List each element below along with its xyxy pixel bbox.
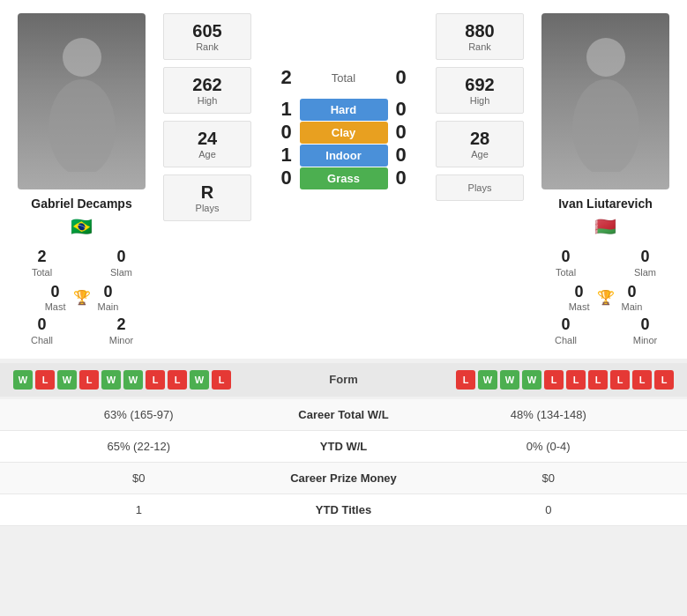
right-player-stats: 0 Total 0 Slam 0 Mast 🏆 0 — [533, 248, 678, 345]
right-age-box: 28 Age — [436, 121, 524, 167]
right-rank-box: 880 Rank — [436, 13, 524, 60]
left-rank-box: 605 Rank — [163, 13, 251, 60]
top-section: Gabriel Decamps 🇧🇷 2 Total 0 Slam 0 — [0, 0, 687, 359]
left-middle-stats: 605 Rank 262 High 24 Age R Plays — [159, 13, 256, 221]
right-total-stat: 0 Total — [533, 248, 599, 278]
stat-left-value: 1 — [13, 503, 265, 516]
left-age-box: 24 Age — [163, 121, 251, 167]
form-badge: L — [632, 370, 652, 390]
indoor-row: 1 Indoor 0 — [278, 144, 410, 167]
stat-center-label: Career Total W/L — [265, 408, 423, 421]
form-badge: W — [57, 370, 77, 390]
svg-point-3 — [572, 79, 639, 172]
stats-table-row: $0 Career Prize Money $0 — [0, 463, 687, 494]
stat-center-label: YTD W/L — [265, 440, 423, 453]
form-badge: L — [146, 370, 165, 390]
stat-left-value: 63% (165-97) — [13, 408, 265, 421]
svg-point-2 — [586, 38, 625, 77]
left-player-flag: 🇧🇷 — [71, 216, 93, 237]
stats-table-row: 1 YTD Titles 0 — [0, 494, 687, 526]
form-badge: L — [588, 370, 608, 390]
stat-center-label: Career Prize Money — [265, 471, 423, 485]
form-badge: L — [566, 370, 586, 390]
right-mast-row: 0 Mast 🏆 0 Main — [533, 283, 678, 313]
right-chall-stat: 0 Chall — [533, 315, 599, 345]
right-minor-stat: 0 Minor — [612, 315, 678, 345]
form-badge: L — [654, 370, 674, 390]
form-badge: W — [500, 370, 519, 390]
main-container: Gabriel Decamps 🇧🇷 2 Total 0 Slam 0 — [0, 0, 687, 526]
total-row: 2 Total 0 — [278, 66, 410, 89]
stat-right-value: 0% (0-4) — [423, 440, 675, 453]
left-form-badges: WLWLWWLLWL — [13, 370, 231, 390]
hard-row: 1 Hard 0 — [278, 98, 410, 121]
right-high-box: 692 High — [436, 67, 524, 114]
stat-center-label: YTD Titles — [265, 503, 423, 516]
left-minor-stat: 2 Minor — [88, 315, 154, 345]
stat-left-value: 65% (22-12) — [13, 440, 265, 453]
form-badge: L — [456, 370, 475, 390]
left-mast-stat: 0 Mast — [45, 283, 66, 313]
right-player-name: Ivan Liutarevich — [558, 197, 653, 211]
form-badge: L — [212, 370, 231, 390]
form-section: WLWLWWLLWL Form LWWWLLLLLL — [0, 363, 687, 397]
left-main-stat: 0 Main — [98, 283, 119, 313]
left-total-stat: 2 Total — [9, 248, 75, 278]
form-badge: W — [123, 370, 143, 390]
left-player-stats: 2 Total 0 Slam 0 Mast 🏆 0 — [9, 248, 154, 345]
svg-point-0 — [63, 38, 101, 77]
form-badge: L — [35, 370, 55, 390]
form-badge: W — [478, 370, 497, 390]
right-form-badges: LWWWLLLLLL — [456, 370, 674, 390]
stat-right-value: 48% (134-148) — [423, 408, 675, 421]
clay-row: 0 Clay 0 — [278, 121, 410, 144]
form-badge: L — [544, 370, 564, 390]
left-trophy-icon: 🏆 — [73, 289, 91, 306]
form-badge: L — [79, 370, 99, 390]
left-player-card: Gabriel Decamps 🇧🇷 2 Total 0 Slam 0 — [9, 13, 154, 345]
stat-right-value: $0 — [423, 471, 675, 485]
right-middle-stats: 880 Rank 692 High 28 Age Plays — [431, 13, 528, 201]
right-plays-box: Plays — [436, 174, 524, 201]
left-player-name: Gabriel Decamps — [31, 197, 131, 211]
right-slam-stat: 0 Slam — [612, 248, 678, 278]
stats-table-row: 63% (165-97) Career Total W/L 48% (134-1… — [0, 399, 687, 431]
form-label: Form — [329, 373, 358, 386]
stats-table-row: 65% (22-12) YTD W/L 0% (0-4) — [0, 431, 687, 463]
right-player-photo — [541, 13, 669, 189]
left-plays-box: R Plays — [163, 174, 251, 221]
center-match-results: 2 Total 0 1 Hard 0 0 Clay 0 1 Indoor 0 0 — [260, 13, 427, 189]
right-main-stat: 0 Main — [622, 283, 643, 313]
form-badge: W — [190, 370, 209, 390]
left-player-photo — [18, 13, 146, 189]
right-player-flag: 🇧🇾 — [594, 216, 616, 237]
left-high-box: 262 High — [163, 67, 251, 114]
stats-table: 63% (165-97) Career Total W/L 48% (134-1… — [0, 399, 687, 526]
left-mast-row: 0 Mast 🏆 0 Main — [9, 283, 154, 313]
form-badge: L — [168, 370, 187, 390]
form-badge: L — [610, 370, 630, 390]
left-slam-stat: 0 Slam — [88, 248, 154, 278]
stat-right-value: 0 — [423, 503, 675, 516]
stat-left-value: $0 — [13, 471, 265, 485]
form-badge: W — [101, 370, 121, 390]
left-chall-stat: 0 Chall — [9, 315, 75, 345]
svg-point-1 — [49, 79, 116, 172]
form-badge: W — [522, 370, 541, 390]
form-badge: W — [13, 370, 33, 390]
right-player-card: Ivan Liutarevich 🇧🇾 0 Total 0 Slam 0 — [533, 13, 678, 345]
grass-row: 0 Grass 0 — [278, 167, 410, 189]
right-mast-stat: 0 Mast — [569, 283, 590, 313]
right-trophy-icon: 🏆 — [597, 289, 615, 306]
